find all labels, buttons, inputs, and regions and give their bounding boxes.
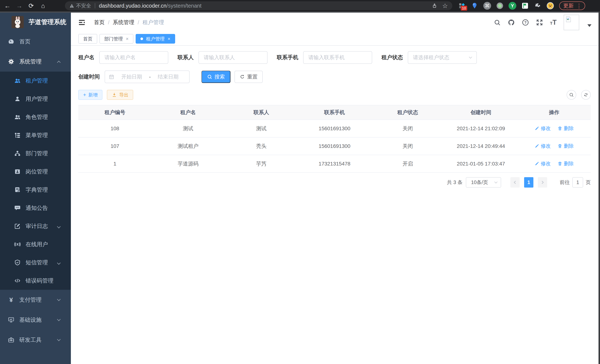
sidebar-item-infrastructure[interactable]: 基础设施 [0,310,71,330]
sidebar-item-audit-log[interactable]: 审计日志 [0,217,71,235]
share-icon[interactable] [432,3,437,8]
refresh-table-button[interactable] [581,90,591,100]
browser-toolbar: ← → ⟳ ⌂ 不安全 dashboard.yudao.iocoder.cn/s… [0,0,600,11]
sidebar: 芋道管理系统 首页 系统管理 租户管理 用户管理 角色管理 菜单管理 部门管理 … [0,13,71,364]
tab-tenant[interactable]: 租户管理 × [136,34,175,44]
github-icon[interactable] [508,19,515,26]
col-created: 创建时间 [444,105,518,120]
start-date-placeholder: 开始日期 [114,73,149,80]
prev-page-button[interactable] [510,177,520,187]
sidebar-item-payment[interactable]: ¥ 支付管理 [0,290,71,310]
breadcrumb-current: 租户管理 [142,19,164,26]
sidebar-item-tenant[interactable]: 租户管理 [0,72,71,90]
font-size-icon[interactable]: TT [550,19,557,26]
plus-icon: + [83,92,86,97]
dictionary-icon [14,187,21,193]
delete-button[interactable]: 删除 [558,143,574,149]
search-icon[interactable] [494,19,501,26]
status-select[interactable]: 请选择租户状态 [408,51,477,64]
create-time-range-picker[interactable]: 开始日期 - 结束日期 [105,71,190,83]
extension-recorder-icon[interactable] [496,2,504,10]
extension-tabs-icon[interactable]: 10 [458,2,466,10]
edit-button[interactable]: 修改 [534,143,551,149]
chevron-down-icon [57,317,61,321]
browser-reload-icon[interactable]: ⟳ [27,2,36,9]
tab-dept[interactable]: 部门管理 × [99,34,133,44]
next-page-button[interactable] [538,177,547,187]
goto-page-input[interactable] [572,177,583,187]
browser-home-icon[interactable]: ⌂ [38,2,47,9]
edit-button[interactable]: 修改 [534,160,551,167]
bookmark-star-icon[interactable]: ☆ [442,2,448,9]
add-button[interactable]: + 新增 [78,90,103,100]
sidebar-item-dict[interactable]: 字典管理 [0,181,71,199]
sidebar-item-role[interactable]: 角色管理 [0,108,71,126]
sidebar-item-dev-tools[interactable]: 研发工具 [0,330,71,350]
reset-button[interactable]: 重置 [234,71,263,83]
close-icon[interactable]: × [126,36,129,42]
breadcrumb-system[interactable]: 系统管理 [113,19,134,26]
sidebar-item-system[interactable]: 系统管理 [0,52,71,72]
tenant-name-label: 租户名 [78,54,94,61]
col-status: 租户状态 [371,105,444,120]
roles-users-icon [14,114,21,121]
gear-icon [8,58,14,65]
delete-button[interactable]: 删除 [558,125,574,132]
browser-back-icon[interactable]: ← [3,2,12,9]
close-icon[interactable]: × [168,36,170,42]
trash-icon [558,161,562,166]
browser-forward-icon[interactable]: → [15,2,24,9]
extension-flag-icon[interactable] [521,2,529,10]
edit-pen-icon [534,161,539,166]
extension-y-icon[interactable]: Y [508,2,516,10]
sidebar-item-notice[interactable]: 通知公告 [0,199,71,217]
help-icon[interactable]: ? [522,19,529,26]
tenant-name-input[interactable] [104,55,163,60]
pagination: 共 3 条 10条/页 1 前往 页 [78,177,591,187]
url-host: dashboard.yudao.iocoder.cn [99,3,166,9]
contact-input[interactable] [204,55,262,60]
extension-command-icon[interactable]: ⌘ [483,2,491,10]
active-dot-icon [141,37,143,40]
browser-update-button[interactable]: 更新 ⋮ [559,1,585,10]
mobile-input-wrap [303,51,372,64]
sidebar-item-dept[interactable]: 部门管理 [0,144,71,162]
sidebar-item-home[interactable]: 首页 [0,32,71,52]
extensions-strip: 10 ⌘ Y [458,2,554,10]
breadcrumb-home[interactable]: 首页 [94,19,105,26]
sidebar-item-online-user[interactable]: 在线用户 [0,235,71,253]
url-path: /system/tenant [166,3,201,9]
page-size-select[interactable]: 10条/页 [466,177,501,187]
delete-button[interactable]: 删除 [558,160,574,167]
contact-input-wrap [198,51,268,64]
address-bar[interactable]: 不安全 dashboard.yudao.iocoder.cn/system/te… [65,1,452,10]
security-label[interactable]: 不安全 [76,2,91,9]
extension-balloon-icon[interactable] [470,2,479,10]
search-button[interactable]: 搜索 [201,71,230,83]
browser-menu-kebab-icon[interactable]: ⋮ [576,3,582,9]
goto-label: 前往 [560,179,570,186]
toggle-search-button[interactable] [567,90,576,100]
sidebar-item-sms[interactable]: 短信管理 [0,253,71,272]
profile-avatar-icon[interactable] [546,2,554,10]
tab-home[interactable]: 首页 [78,34,97,44]
avatar-dropdown-caret-icon[interactable] [587,24,591,27]
fullscreen-icon[interactable] [536,19,543,26]
header-actions: ? TT [494,15,591,30]
mobile-input[interactable] [308,55,367,60]
sidebar-item-user[interactable]: 用户管理 [0,90,71,108]
user-avatar[interactable] [564,15,579,30]
tags-view-bar: 首页 部门管理 × 租户管理 × [71,32,599,46]
sidebar-fold-icon[interactable] [78,19,86,26]
sidebar-item-menu[interactable]: 菜单管理 [0,126,71,144]
extension-badge: 10 [461,6,467,10]
sidebar-logo[interactable]: 芋道管理系统 [0,13,71,32]
export-button[interactable]: 导出 [107,90,133,100]
edit-button[interactable]: 修改 [534,125,551,132]
extensions-puzzle-icon[interactable] [534,2,542,10]
create-time-label: 创建时间 [78,73,100,81]
sidebar-item-error-code[interactable]: 错误码管理 [0,272,71,290]
trash-icon [558,126,562,131]
page-number-current[interactable]: 1 [524,177,533,187]
sidebar-item-post[interactable]: 岗位管理 [0,162,71,181]
